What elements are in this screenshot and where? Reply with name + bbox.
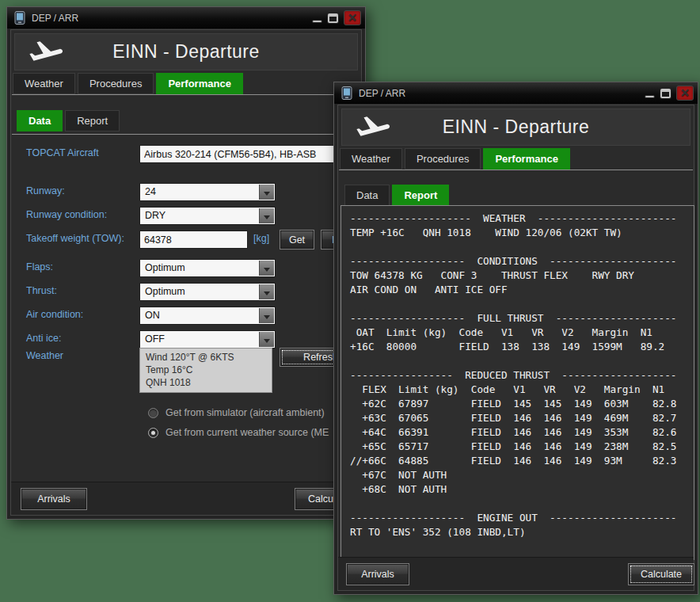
chevron-down-icon [259, 332, 274, 347]
desktop: { "colors": { "accent_green": "#148C10",… [0, 0, 700, 602]
app-icon [14, 11, 25, 25]
sub-tab-bar: Data Report [17, 110, 120, 131]
thrust-select[interactable]: Optimum [139, 283, 276, 301]
flaps-select[interactable]: Optimum [139, 259, 276, 277]
window-title: DEP / ARR [32, 13, 312, 24]
air-condition-value: ON [145, 310, 160, 321]
tab-report[interactable]: Report [392, 185, 449, 206]
close-button[interactable]: ✕ [344, 10, 361, 25]
subtab-divider [12, 134, 360, 135]
runway-condition-select[interactable]: DRY [139, 207, 276, 225]
tow-label: Takeoff weight (TOW): [26, 233, 124, 244]
runway-condition-label: Runway condition: [26, 209, 107, 220]
tab-weather[interactable]: Weather [13, 73, 75, 94]
minimize-button[interactable] [312, 20, 322, 23]
main-tab-bar: Weather Procedures Performance [13, 73, 243, 94]
chevron-down-icon [259, 308, 274, 323]
runway-value: 24 [145, 186, 156, 197]
main-tab-bar: Weather Procedures Performance [340, 148, 570, 170]
get-tow-button[interactable]: Get [280, 230, 314, 250]
arrivals-button[interactable]: Arrivals [346, 563, 409, 585]
window-departure-data: DEP / ARR ✕ EINN - Departure Weather Pro… [6, 6, 366, 520]
air-condition-select[interactable]: ON [139, 307, 276, 325]
runway-label: Runway: [26, 185, 65, 196]
titlebar[interactable]: DEP / ARR ✕ [7, 7, 365, 29]
anti-ice-label: Anti ice: [26, 333, 61, 344]
radio-weather-source[interactable]: Get from current weather source (ME [148, 427, 329, 438]
page-header: EINN - Departure [14, 33, 358, 70]
weather-textbox: Wind 120°T @ 6KTS Temp 16°C QNH 1018 [139, 348, 272, 393]
page-title: EINN - Departure [342, 116, 690, 138]
aircraft-label: TOPCAT Aircraft [26, 147, 99, 158]
anti-ice-select[interactable]: OFF [139, 330, 276, 349]
weather-label: Weather [26, 350, 63, 361]
window-title: DEP / ARR [359, 88, 645, 99]
tab-procedures[interactable]: Procedures [405, 148, 481, 170]
air-condition-label: Air condition: [26, 309, 83, 320]
weather-temp: Temp 16°C [146, 364, 266, 376]
tab-data[interactable]: Data [17, 110, 63, 131]
weather-qnh: QNH 1018 [146, 376, 266, 389]
footer-bar: Arrivals Calculate [11, 482, 361, 515]
radio-simulator[interactable]: Get from simulator (aircraft ambient) [148, 407, 325, 418]
tab-divider [339, 170, 693, 170]
performance-report: -------------------- WEATHER -----------… [340, 205, 694, 560]
thrust-label: Thrust: [26, 285, 57, 296]
tab-performance[interactable]: Performance [156, 73, 242, 94]
weather-wind: Wind 120°T @ 6KTS [146, 351, 266, 364]
radio-weather-source-label: Get from current weather source (ME [165, 427, 329, 438]
maximize-button[interactable] [328, 13, 338, 23]
chevron-down-icon [259, 208, 274, 223]
page-header: EINN - Departure [341, 109, 690, 146]
close-button[interactable]: ✕ [676, 86, 694, 101]
runway-select[interactable]: 24 [139, 183, 276, 201]
chevron-down-icon [259, 284, 274, 299]
tab-data[interactable]: Data [344, 185, 390, 206]
chevron-down-icon [259, 261, 274, 276]
radio-icon [148, 408, 158, 418]
tab-performance[interactable]: Performance [483, 148, 569, 170]
minimize-button[interactable] [645, 95, 655, 98]
tab-divider [12, 94, 360, 95]
tow-unit-label: [kg] [253, 233, 269, 244]
calculate-button[interactable]: Calculate [628, 563, 694, 585]
tab-weather[interactable]: Weather [340, 148, 402, 170]
window-departure-report: DEP / ARR ✕ EINN - Departure Weather Pro… [333, 82, 698, 595]
maximize-button[interactable] [660, 89, 671, 98]
report-text: -------------------- WEATHER -----------… [341, 206, 694, 539]
footer-bar: Arrivals Calculate [338, 557, 694, 590]
tab-procedures[interactable]: Procedures [78, 73, 154, 94]
titlebar[interactable]: DEP / ARR ✕ [334, 82, 698, 104]
flaps-value: Optimum [145, 262, 185, 273]
tow-input[interactable] [139, 231, 248, 249]
radio-simulator-label: Get from simulator (aircraft ambient) [165, 407, 325, 418]
tab-report[interactable]: Report [65, 110, 120, 131]
aircraft-input[interactable] [139, 145, 356, 163]
anti-ice-value: OFF [145, 333, 165, 345]
flaps-label: Flaps: [26, 261, 53, 272]
sub-tab-bar: Data Report [344, 185, 449, 206]
app-icon [341, 86, 352, 100]
thrust-value: Optimum [145, 286, 185, 297]
page-title: EINN - Departure [15, 41, 357, 63]
arrivals-button[interactable]: Arrivals [21, 488, 87, 510]
chevron-down-icon [259, 185, 274, 200]
runway-condition-value: DRY [145, 210, 165, 221]
radio-selected-icon [148, 428, 158, 438]
